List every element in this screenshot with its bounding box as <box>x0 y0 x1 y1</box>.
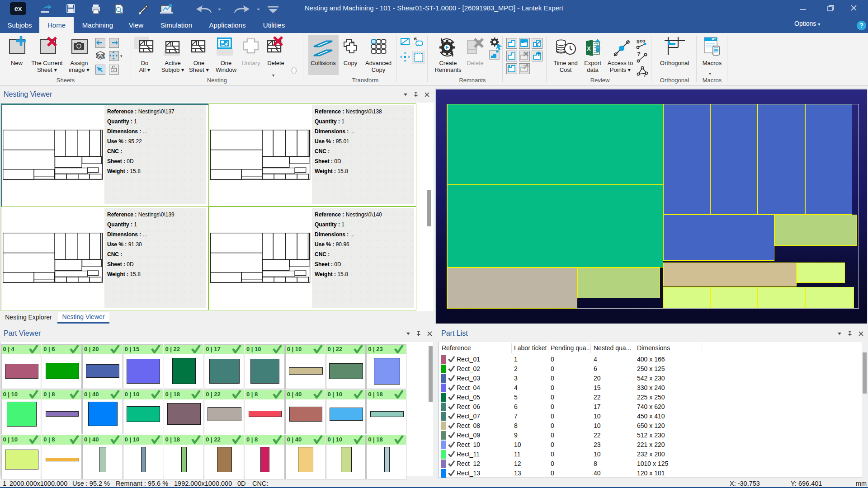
svg-text:geo: geo <box>637 38 646 43</box>
svg-text:?: ? <box>637 51 641 57</box>
svg-text:?: ? <box>643 72 646 77</box>
svg-text:X: X <box>587 45 591 52</box>
